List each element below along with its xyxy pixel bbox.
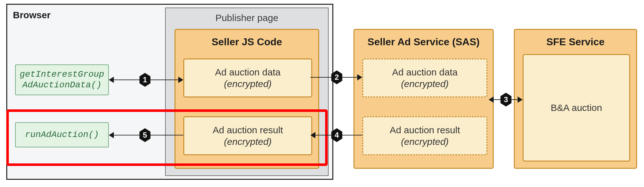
browser-title: Browser [13,10,51,20]
api-get-interest-group: getInterestGroup AdAuctionData() [15,64,109,95]
publisher-page-title: Publisher page [166,13,328,23]
step-badge-1-label: 1 [143,75,147,84]
seller-js-title: Seller JS Code [175,36,318,48]
arrow-step-3-left [489,96,494,103]
step-badge-4-label: 4 [335,131,339,140]
seller-js-ad-data-line2: (encrypted) [224,78,272,90]
seller-js-ad-result-line1: Ad auction result [213,124,283,136]
step-badge-3: 3 [500,93,512,107]
sfe-ba-auction-card: B&A auction [523,54,630,162]
sas-ad-data-line2: (encrypted) [401,78,449,90]
seller-js-ad-result-card: Ad auction result (encrypted) [183,116,312,155]
seller-js-ad-data-card: Ad auction data (encrypted) [183,58,312,97]
sas-ad-result-card: Ad auction result (encrypted) [362,116,487,155]
step-badge-3-label: 3 [504,95,508,104]
arrow-step-5-left [109,132,114,138]
arrow-step-3-right [518,96,523,103]
arrow-step-4-left [310,132,315,138]
sfe-title: SFE Service [515,36,636,48]
sfe-ba-auction-label: B&A auction [551,102,602,114]
sas-ad-result-line2: (encrypted) [401,136,449,148]
arrow-step-1-left [109,77,114,83]
sas-ad-result-line1: Ad auction result [390,124,460,136]
diagram-stage: Browser Publisher page Seller JS Code Ad… [0,0,644,187]
seller-sas-title: Seller Ad Service (SAS) [354,36,493,48]
sas-ad-data-card: Ad auction data (encrypted) [362,58,487,97]
api-run-ad-auction-label: runAdAuction() [25,129,99,140]
seller-js-ad-result-line2: (encrypted) [224,136,272,148]
sas-ad-data-line1: Ad auction data [392,66,458,78]
step-badge-5-label: 5 [143,131,147,140]
step-badge-2-label: 2 [335,73,339,82]
api-get-interest-group-label: getInterestGroup AdAuctionData() [20,69,104,90]
arrow-step-1-right [178,77,183,83]
api-run-ad-auction: runAdAuction() [15,122,109,147]
seller-js-ad-data-line1: Ad auction data [215,66,281,78]
arrow-step-2-right [357,74,362,80]
